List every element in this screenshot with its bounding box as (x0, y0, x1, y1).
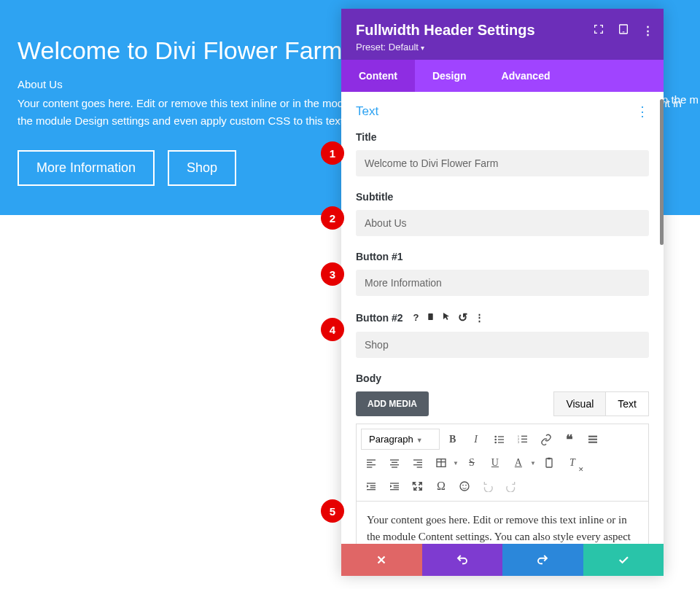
bold-icon[interactable]: B (443, 429, 463, 450)
footer-redo-button[interactable] (502, 544, 583, 576)
svg-rect-38 (367, 489, 376, 490)
button1-label: Button #1 (356, 251, 649, 262)
reset-icon[interactable]: ↺ (458, 311, 467, 324)
cursor-icon[interactable] (442, 311, 451, 324)
responsive-icon[interactable] (618, 23, 629, 37)
background-clipped-text: n the m (662, 93, 699, 106)
align-center-icon[interactable] (384, 453, 405, 473)
title-input[interactable] (356, 150, 649, 176)
svg-rect-34 (548, 458, 551, 460)
svg-rect-8 (498, 442, 504, 442)
italic-icon[interactable]: I (466, 429, 486, 450)
svg-rect-42 (390, 489, 399, 490)
callout-4: 4 (321, 318, 344, 341)
editor-tab-text[interactable]: Text (606, 391, 649, 416)
editor-toolbar: Paragraph▼ B I 123 ❝ ▼ S U A▼ T✕ (356, 424, 649, 502)
phone-icon[interactable] (427, 311, 435, 324)
body-label: Body (356, 372, 649, 384)
svg-rect-22 (390, 459, 399, 460)
svg-rect-39 (390, 483, 399, 483)
special-char-icon[interactable]: Ω (431, 476, 451, 496)
svg-rect-19 (367, 462, 372, 463)
shop-button[interactable]: Shop (168, 150, 236, 186)
footer-undo-button[interactable] (422, 544, 503, 576)
expand-icon[interactable] (593, 23, 604, 37)
svg-rect-16 (588, 438, 597, 440)
svg-rect-29 (417, 467, 422, 467)
strikethrough-icon[interactable]: S (462, 453, 482, 473)
button2-label: Button #2 ? ↺ ⋮ (356, 311, 649, 324)
scrollbar[interactable] (660, 99, 664, 245)
table-icon[interactable] (431, 453, 451, 473)
indent-icon[interactable] (384, 476, 405, 496)
quote-icon[interactable]: ❝ (559, 429, 580, 450)
more-information-button[interactable]: More Information (18, 150, 155, 186)
fullscreen-icon[interactable] (408, 476, 428, 496)
outdent-icon[interactable] (361, 476, 381, 496)
tab-design[interactable]: Design (415, 60, 484, 92)
svg-rect-17 (588, 441, 597, 442)
svg-point-43 (460, 482, 469, 491)
format-select[interactable]: Paragraph▼ (361, 429, 440, 450)
svg-rect-33 (546, 459, 552, 467)
svg-rect-28 (413, 464, 422, 465)
svg-rect-23 (392, 462, 397, 463)
panel-content[interactable]: Text ⋮ Title Subtitle Button #1 Button #… (341, 92, 664, 544)
paste-text-icon[interactable] (539, 453, 559, 473)
callout-3: 3 (321, 262, 344, 286)
help-icon[interactable]: ? (413, 312, 419, 323)
text-color-icon[interactable]: A (508, 453, 529, 473)
editor-tab-visual[interactable]: Visual (553, 391, 606, 416)
bullet-list-icon[interactable] (489, 429, 510, 450)
add-media-button[interactable]: ADD MEDIA (356, 391, 429, 416)
svg-rect-20 (367, 464, 376, 465)
redo-icon[interactable] (501, 476, 521, 496)
underline-icon[interactable]: U (485, 453, 505, 473)
align-left-icon[interactable] (361, 453, 381, 473)
numbered-list-icon[interactable]: 123 (513, 429, 533, 450)
align-right-icon[interactable] (408, 453, 428, 473)
svg-point-45 (465, 485, 467, 486)
panel-header: Fullwidth Header Settings Preset: Defaul… (341, 9, 664, 60)
more-icon[interactable]: ⋮ (642, 24, 653, 37)
svg-rect-4 (498, 436, 504, 437)
editor-top-row: ADD MEDIA Visual Text (356, 391, 649, 416)
button2-input[interactable] (356, 332, 649, 358)
section-heading[interactable]: Text ⋮ (356, 104, 649, 120)
field-option-icons: ? ↺ ⋮ (413, 311, 484, 324)
settings-panel: Fullwidth Header Settings Preset: Defaul… (341, 9, 664, 576)
save-button[interactable] (583, 544, 664, 576)
svg-point-44 (462, 485, 464, 486)
link-icon[interactable] (536, 429, 556, 450)
preset-dropdown[interactable]: Preset: Default (356, 42, 649, 52)
panel-header-icons: ⋮ (593, 23, 653, 37)
svg-rect-37 (370, 487, 376, 488)
field-more-icon[interactable]: ⋮ (475, 312, 484, 323)
tab-advanced[interactable]: Advanced (484, 60, 568, 92)
callout-1: 1 (321, 141, 344, 165)
more-tools-icon[interactable] (583, 429, 603, 450)
svg-rect-21 (367, 467, 372, 467)
svg-point-3 (494, 435, 497, 437)
svg-rect-24 (390, 464, 399, 465)
subtitle-input[interactable] (356, 210, 649, 236)
panel-tabs: Content Design Advanced (341, 60, 664, 92)
undo-icon[interactable] (478, 476, 498, 496)
editor-body[interactable]: Your content goes here. Edit or remove t… (356, 502, 649, 544)
cancel-button[interactable] (341, 544, 422, 576)
emoji-icon[interactable] (454, 476, 475, 496)
svg-rect-27 (417, 462, 422, 463)
svg-rect-6 (498, 439, 504, 440)
clear-formatting-icon[interactable]: T✕ (562, 453, 583, 473)
svg-rect-1 (623, 31, 625, 32)
editor-tabs: Visual Text (553, 391, 649, 416)
svg-rect-15 (588, 435, 597, 437)
svg-rect-36 (370, 485, 376, 486)
tab-content[interactable]: Content (341, 60, 415, 92)
callout-2: 2 (321, 206, 344, 230)
section-more-icon[interactable]: ⋮ (636, 104, 649, 120)
button1-input[interactable] (356, 270, 649, 296)
svg-rect-2 (428, 313, 432, 319)
title-label: Title (356, 131, 649, 143)
section-heading-label: Text (356, 104, 378, 119)
